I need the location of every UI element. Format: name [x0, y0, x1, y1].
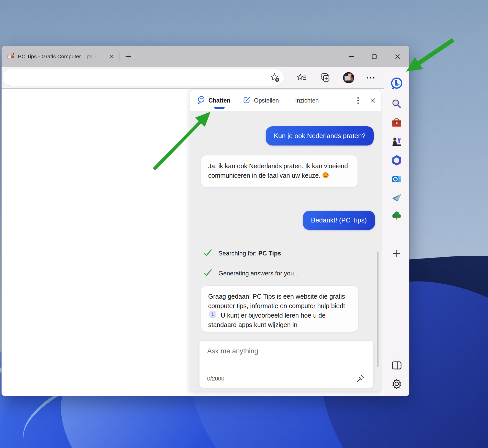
window-controls [339, 46, 409, 67]
bing-chat-panel: Chatten Opstellen Inzichten [190, 90, 381, 391]
tab-chatten-label: Chatten [208, 97, 230, 104]
chat-input-box: 0/2000 [199, 340, 374, 388]
tab-close-icon[interactable] [107, 53, 115, 60]
close-window-button[interactable] [386, 46, 409, 67]
check-icon [203, 249, 212, 258]
settings-more-icon[interactable] [365, 72, 376, 84]
profile-avatar[interactable] [343, 72, 354, 84]
browser-toolbar [2, 67, 384, 88]
collections-icon[interactable] [319, 72, 331, 84]
address-bar[interactable] [3, 69, 284, 86]
rail-divider [389, 353, 405, 353]
settings-gear-icon[interactable] [390, 377, 404, 391]
kebab-menu-icon[interactable] [353, 96, 363, 105]
browser-tab[interactable]: PC Tips - Gratis Computer Tips, in [2, 46, 117, 67]
add-plus-icon[interactable] [390, 247, 404, 260]
chat-conversation: Kun je ook Nederlands praten? Ja, ik kan… [190, 111, 381, 391]
tab-chatten[interactable]: Chatten [197, 90, 230, 111]
tab-title: PC Tips - Gratis Computer Tips, in [18, 53, 100, 60]
bot-message: Ja, ik kan ook Nederlands praten. Ik kan… [201, 155, 358, 187]
bot-message: Graag gedaan! PC Tips is een website die… [201, 286, 358, 332]
favorites-list-icon[interactable] [296, 72, 308, 84]
add-favorite-star-icon[interactable] [269, 72, 280, 83]
tab-inzichten-label: Inzichten [295, 97, 319, 104]
maximize-button[interactable] [363, 46, 386, 67]
tab-inzichten[interactable]: Inzichten [295, 90, 319, 111]
chat-input[interactable] [199, 341, 373, 366]
tab-opstellen[interactable]: Opstellen [243, 90, 279, 111]
search-icon[interactable] [390, 97, 404, 111]
character-counter: 0/2000 [207, 375, 224, 382]
drop-paper-plane-icon[interactable] [390, 191, 404, 205]
tree-icon[interactable] [390, 209, 404, 223]
check-icon [203, 269, 212, 278]
status-step-searching: Searching for: PC Tips [203, 249, 281, 258]
user-message: Kun je ook Nederlands praten? [266, 126, 374, 145]
user-message: Bedankt! (PC Tips) [303, 211, 375, 230]
edge-browser-window: PC Tips - Gratis Computer Tips, in [2, 46, 409, 396]
pushpin-icon[interactable] [356, 373, 366, 384]
chat-scrollbar-thumb[interactable] [377, 251, 379, 367]
minimize-button[interactable] [339, 46, 363, 67]
microsoft-365-icon[interactable] [390, 153, 404, 167]
chat-panel-header: Chatten Opstellen Inzichten [190, 90, 381, 111]
tab-opstellen-label: Opstellen [254, 97, 279, 104]
tab-favicon-person-at-laptop-icon [7, 52, 14, 61]
new-tab-button[interactable] [124, 52, 132, 61]
outlook-icon[interactable] [390, 172, 404, 186]
games-chess-icon[interactable] [390, 135, 404, 148]
webpage-content [2, 89, 186, 396]
split-screen-icon[interactable] [390, 359, 404, 372]
close-panel-icon[interactable] [368, 96, 378, 105]
edge-sidebar-rail [384, 67, 409, 396]
avatar-person-at-laptop [343, 72, 354, 83]
status-step-generating: Generating answers for you... [203, 269, 299, 278]
bing-chat-logo-icon[interactable] [390, 77, 404, 91]
compose-pencil-icon [243, 96, 251, 105]
citation-badge[interactable]: 1 [209, 311, 216, 318]
chat-bubble-icon [197, 96, 206, 105]
smiling-face-emoji-icon [322, 172, 329, 181]
active-tab-underline [214, 107, 225, 109]
tab-bar: PC Tips - Gratis Computer Tips, in [2, 46, 409, 67]
tab-separator [119, 52, 119, 61]
toolbox-icon[interactable] [390, 116, 404, 130]
